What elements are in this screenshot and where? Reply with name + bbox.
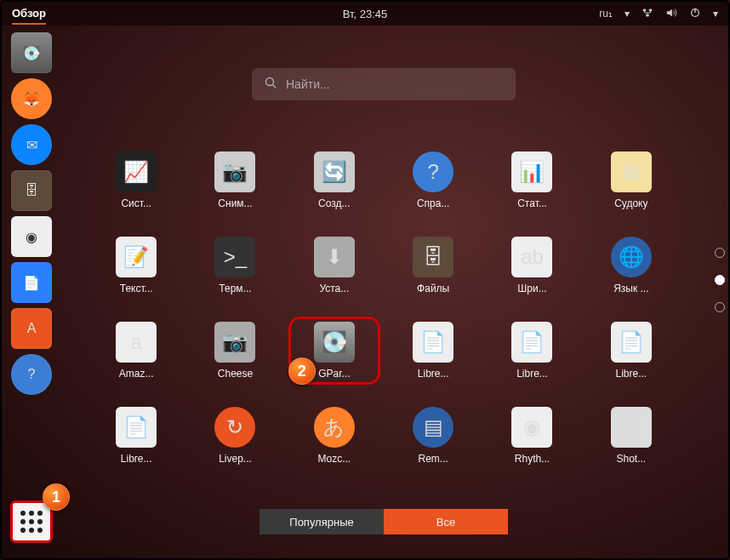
page-dot-2[interactable] (715, 302, 725, 312)
app-label: Спра... (417, 197, 450, 209)
launcher-item-writer[interactable]: 📄 (11, 262, 52, 303)
launcher-item-software[interactable]: A (11, 308, 52, 349)
app-icon: 📝 (116, 237, 157, 277)
page-indicator (715, 248, 725, 312)
app-icon: ▤ (413, 407, 453, 448)
app-icon: a (116, 322, 157, 363)
app-icon: ◉ (511, 407, 552, 448)
app-icon: 📄 (611, 322, 652, 363)
app-label: Shot... (616, 453, 646, 465)
app-rhyth[interactable]: ◉Rhyth... (491, 407, 573, 465)
app-label: GPar... (318, 368, 350, 380)
app-icon: ? (413, 151, 453, 192)
launcher-item-thunderbird[interactable]: ✉ (11, 124, 52, 165)
applications-grid: 📈Сист...📷Сним...🔄Созд...?Спра...📊Стат...… (61, 151, 706, 465)
app-label: Терм... (219, 283, 251, 294)
network-icon[interactable] (642, 7, 653, 21)
svg-rect-1 (649, 9, 653, 11)
app-icon: 📄 (413, 322, 453, 363)
svg-line-6 (273, 85, 277, 89)
keyboard-layout-indicator[interactable]: ru₁ (599, 8, 613, 20)
search-input[interactable] (286, 77, 504, 91)
app-rem[interactable]: ▤Rem... (392, 407, 474, 465)
app-shot[interactable]: 🖼Shot... (590, 407, 672, 465)
app-icon: 💽 (314, 322, 355, 363)
app-label: Сист... (121, 197, 151, 209)
app-label: Текст... (120, 283, 153, 294)
launcher-item-firefox[interactable]: 🦊 (11, 78, 52, 119)
power-icon[interactable] (689, 7, 701, 21)
app-созд[interactable]: 🔄Созд... (294, 151, 375, 209)
app-icon: 🗄 (413, 237, 453, 277)
app-уста[interactable]: ⬇Уста... (294, 237, 375, 294)
svg-rect-0 (643, 9, 647, 11)
app-спра[interactable]: ?Спра... (392, 151, 474, 209)
page-dot-0[interactable] (715, 248, 725, 258)
app-libre[interactable]: 📄Libre... (95, 407, 177, 465)
app-livep[interactable]: ↻Livep... (194, 407, 276, 465)
app-icon: 📷 (214, 322, 255, 363)
app-label: Сним... (218, 197, 252, 209)
app-label: Libre... (418, 368, 449, 380)
view-tabs: Популярные Все (259, 509, 508, 534)
page-dot-1[interactable] (715, 275, 725, 285)
app-amaz[interactable]: aAmaz... (95, 322, 177, 380)
chevron-down-icon[interactable]: ▾ (624, 8, 630, 20)
clock[interactable]: Вт, 23:45 (343, 8, 388, 20)
app-label: Libre... (516, 368, 548, 380)
launcher-dock: 💽 🦊 ✉ 🗄 ◉ 📄 A ? 1 (7, 29, 56, 550)
launcher-item-help[interactable]: ? (11, 354, 52, 395)
search-box[interactable] (252, 68, 516, 100)
app-icon: 🌐 (611, 237, 652, 277)
app-libre[interactable]: 📄Libre... (392, 322, 474, 380)
app-шри[interactable]: abШри... (491, 237, 573, 294)
app-label: Rem... (418, 453, 448, 465)
app-libre[interactable]: 📄Libre... (491, 322, 573, 380)
app-label: Судоку (614, 197, 647, 209)
app-сним[interactable]: 📷Сним... (194, 151, 276, 209)
callout-marker-1: 1 (43, 483, 70, 511)
app-cheese[interactable]: 📷Cheese (194, 322, 276, 380)
app-label: Amaz... (119, 368, 154, 380)
volume-icon[interactable] (665, 7, 677, 21)
app-icon: ⬇ (314, 237, 355, 277)
launcher-item-files[interactable]: 🗄 (11, 170, 52, 211)
app-файлы[interactable]: 🗄Файлы (392, 237, 474, 294)
app-libre[interactable]: 📄Libre... (590, 322, 672, 380)
app-текст[interactable]: 📝Текст... (95, 237, 177, 294)
app-label: Livep... (219, 453, 252, 465)
app-icon: あ (314, 407, 355, 448)
system-tray: ru₁ ▾ ▾ (599, 7, 718, 21)
svg-point-5 (266, 78, 274, 86)
app-icon: 🖼 (611, 407, 652, 448)
activities-button[interactable]: Обзор (12, 7, 46, 25)
launcher-item-disks[interactable]: 💽 (11, 32, 52, 73)
app-label: Файлы (417, 283, 449, 294)
app-label: Libre... (121, 453, 152, 465)
app-mozc[interactable]: あMozc... (294, 407, 375, 465)
launcher-item-rhythmbox[interactable]: ◉ (11, 216, 52, 257)
app-icon: 📷 (214, 151, 255, 192)
applications-overview: 📈Сист...📷Сним...🔄Созд...?Спра...📊Стат...… (61, 43, 706, 548)
chevron-down-icon[interactable]: ▾ (713, 8, 718, 20)
app-label: Созд... (318, 197, 350, 209)
app-icon: ↻ (214, 407, 255, 448)
app-icon: >_ (214, 237, 255, 277)
app-label: Mozc... (317, 453, 351, 465)
app-icon: 📈 (116, 151, 157, 192)
app-icon: 📄 (511, 322, 552, 363)
app-терм[interactable]: >_Терм... (194, 237, 276, 294)
app-судоку[interactable]: ⊞Судоку (590, 151, 672, 209)
search-icon (264, 76, 277, 93)
app-язык [interactable]: 🌐Язык ... (590, 237, 672, 294)
app-icon: 📄 (116, 407, 157, 448)
app-стат[interactable]: 📊Стат... (491, 151, 573, 209)
app-icon: ab (511, 237, 552, 277)
app-label: Язык ... (613, 283, 648, 294)
tab-all[interactable]: Все (384, 509, 508, 534)
app-gpar[interactable]: 💽GPar...2 (294, 322, 375, 380)
app-label: Libre... (615, 368, 647, 380)
app-сист[interactable]: 📈Сист... (95, 151, 177, 209)
tab-popular[interactable]: Популярные (259, 509, 384, 534)
callout-marker-2: 2 (288, 357, 316, 385)
